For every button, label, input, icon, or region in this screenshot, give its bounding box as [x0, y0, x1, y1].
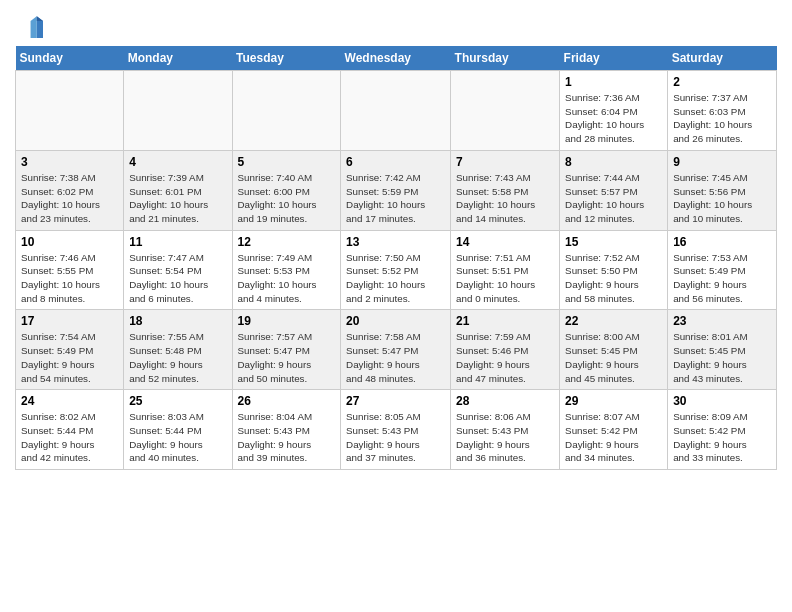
calendar-cell: 7Sunrise: 7:43 AM Sunset: 5:58 PM Daylig…	[451, 150, 560, 230]
calendar-cell: 17Sunrise: 7:54 AM Sunset: 5:49 PM Dayli…	[16, 310, 124, 390]
day-number: 25	[129, 394, 226, 408]
weekday-header-friday: Friday	[560, 46, 668, 71]
calendar-week-row: 3Sunrise: 7:38 AM Sunset: 6:02 PM Daylig…	[16, 150, 777, 230]
weekday-header-saturday: Saturday	[668, 46, 777, 71]
day-number: 15	[565, 235, 662, 249]
day-info: Sunrise: 8:01 AM Sunset: 5:45 PM Dayligh…	[673, 330, 771, 385]
calendar-cell: 9Sunrise: 7:45 AM Sunset: 5:56 PM Daylig…	[668, 150, 777, 230]
day-info: Sunrise: 7:53 AM Sunset: 5:49 PM Dayligh…	[673, 251, 771, 306]
weekday-header-thursday: Thursday	[451, 46, 560, 71]
calendar-cell: 29Sunrise: 8:07 AM Sunset: 5:42 PM Dayli…	[560, 390, 668, 470]
calendar-cell: 14Sunrise: 7:51 AM Sunset: 5:51 PM Dayli…	[451, 230, 560, 310]
day-info: Sunrise: 7:46 AM Sunset: 5:55 PM Dayligh…	[21, 251, 118, 306]
calendar-week-row: 17Sunrise: 7:54 AM Sunset: 5:49 PM Dayli…	[16, 310, 777, 390]
day-info: Sunrise: 8:03 AM Sunset: 5:44 PM Dayligh…	[129, 410, 226, 465]
generalblue-logo-icon	[15, 10, 43, 38]
calendar-cell: 12Sunrise: 7:49 AM Sunset: 5:53 PM Dayli…	[232, 230, 341, 310]
day-info: Sunrise: 7:51 AM Sunset: 5:51 PM Dayligh…	[456, 251, 554, 306]
header	[15, 10, 777, 38]
day-info: Sunrise: 7:45 AM Sunset: 5:56 PM Dayligh…	[673, 171, 771, 226]
day-number: 1	[565, 75, 662, 89]
day-number: 8	[565, 155, 662, 169]
day-info: Sunrise: 8:09 AM Sunset: 5:42 PM Dayligh…	[673, 410, 771, 465]
calendar-cell	[16, 71, 124, 151]
day-number: 20	[346, 314, 445, 328]
day-number: 4	[129, 155, 226, 169]
day-info: Sunrise: 8:06 AM Sunset: 5:43 PM Dayligh…	[456, 410, 554, 465]
calendar-week-row: 10Sunrise: 7:46 AM Sunset: 5:55 PM Dayli…	[16, 230, 777, 310]
calendar-cell	[451, 71, 560, 151]
day-number: 6	[346, 155, 445, 169]
day-info: Sunrise: 8:05 AM Sunset: 5:43 PM Dayligh…	[346, 410, 445, 465]
calendar-cell: 8Sunrise: 7:44 AM Sunset: 5:57 PM Daylig…	[560, 150, 668, 230]
day-number: 30	[673, 394, 771, 408]
calendar-cell: 10Sunrise: 7:46 AM Sunset: 5:55 PM Dayli…	[16, 230, 124, 310]
calendar-cell: 18Sunrise: 7:55 AM Sunset: 5:48 PM Dayli…	[124, 310, 232, 390]
calendar-cell	[232, 71, 341, 151]
day-info: Sunrise: 7:52 AM Sunset: 5:50 PM Dayligh…	[565, 251, 662, 306]
day-number: 18	[129, 314, 226, 328]
day-number: 23	[673, 314, 771, 328]
day-info: Sunrise: 7:38 AM Sunset: 6:02 PM Dayligh…	[21, 171, 118, 226]
day-number: 13	[346, 235, 445, 249]
day-number: 16	[673, 235, 771, 249]
weekday-header-monday: Monday	[124, 46, 232, 71]
calendar-cell: 22Sunrise: 8:00 AM Sunset: 5:45 PM Dayli…	[560, 310, 668, 390]
svg-marker-2	[31, 16, 37, 38]
weekday-header-sunday: Sunday	[16, 46, 124, 71]
day-number: 21	[456, 314, 554, 328]
calendar-cell: 15Sunrise: 7:52 AM Sunset: 5:50 PM Dayli…	[560, 230, 668, 310]
day-number: 9	[673, 155, 771, 169]
day-number: 24	[21, 394, 118, 408]
day-info: Sunrise: 7:43 AM Sunset: 5:58 PM Dayligh…	[456, 171, 554, 226]
calendar-cell: 30Sunrise: 8:09 AM Sunset: 5:42 PM Dayli…	[668, 390, 777, 470]
day-info: Sunrise: 7:47 AM Sunset: 5:54 PM Dayligh…	[129, 251, 226, 306]
calendar-cell: 26Sunrise: 8:04 AM Sunset: 5:43 PM Dayli…	[232, 390, 341, 470]
calendar-week-row: 1Sunrise: 7:36 AM Sunset: 6:04 PM Daylig…	[16, 71, 777, 151]
calendar-week-row: 24Sunrise: 8:02 AM Sunset: 5:44 PM Dayli…	[16, 390, 777, 470]
calendar-cell: 5Sunrise: 7:40 AM Sunset: 6:00 PM Daylig…	[232, 150, 341, 230]
day-info: Sunrise: 7:58 AM Sunset: 5:47 PM Dayligh…	[346, 330, 445, 385]
calendar-cell: 28Sunrise: 8:06 AM Sunset: 5:43 PM Dayli…	[451, 390, 560, 470]
calendar-cell: 13Sunrise: 7:50 AM Sunset: 5:52 PM Dayli…	[341, 230, 451, 310]
calendar-cell: 23Sunrise: 8:01 AM Sunset: 5:45 PM Dayli…	[668, 310, 777, 390]
calendar-cell: 19Sunrise: 7:57 AM Sunset: 5:47 PM Dayli…	[232, 310, 341, 390]
day-number: 10	[21, 235, 118, 249]
calendar-cell: 3Sunrise: 7:38 AM Sunset: 6:02 PM Daylig…	[16, 150, 124, 230]
calendar-cell: 4Sunrise: 7:39 AM Sunset: 6:01 PM Daylig…	[124, 150, 232, 230]
day-info: Sunrise: 7:44 AM Sunset: 5:57 PM Dayligh…	[565, 171, 662, 226]
page: SundayMondayTuesdayWednesdayThursdayFrid…	[0, 0, 792, 480]
day-number: 12	[238, 235, 336, 249]
day-number: 7	[456, 155, 554, 169]
day-number: 2	[673, 75, 771, 89]
day-number: 26	[238, 394, 336, 408]
day-info: Sunrise: 7:49 AM Sunset: 5:53 PM Dayligh…	[238, 251, 336, 306]
day-number: 11	[129, 235, 226, 249]
calendar-cell	[124, 71, 232, 151]
day-info: Sunrise: 7:57 AM Sunset: 5:47 PM Dayligh…	[238, 330, 336, 385]
day-info: Sunrise: 8:07 AM Sunset: 5:42 PM Dayligh…	[565, 410, 662, 465]
calendar-header-row: SundayMondayTuesdayWednesdayThursdayFrid…	[16, 46, 777, 71]
calendar-cell: 27Sunrise: 8:05 AM Sunset: 5:43 PM Dayli…	[341, 390, 451, 470]
day-number: 28	[456, 394, 554, 408]
calendar-cell: 16Sunrise: 7:53 AM Sunset: 5:49 PM Dayli…	[668, 230, 777, 310]
weekday-header-wednesday: Wednesday	[341, 46, 451, 71]
calendar-cell: 21Sunrise: 7:59 AM Sunset: 5:46 PM Dayli…	[451, 310, 560, 390]
calendar-cell: 6Sunrise: 7:42 AM Sunset: 5:59 PM Daylig…	[341, 150, 451, 230]
day-number: 17	[21, 314, 118, 328]
calendar-cell: 1Sunrise: 7:36 AM Sunset: 6:04 PM Daylig…	[560, 71, 668, 151]
day-number: 22	[565, 314, 662, 328]
day-info: Sunrise: 8:02 AM Sunset: 5:44 PM Dayligh…	[21, 410, 118, 465]
calendar-table: SundayMondayTuesdayWednesdayThursdayFrid…	[15, 46, 777, 470]
day-info: Sunrise: 7:50 AM Sunset: 5:52 PM Dayligh…	[346, 251, 445, 306]
logo	[15, 10, 47, 38]
day-info: Sunrise: 7:55 AM Sunset: 5:48 PM Dayligh…	[129, 330, 226, 385]
day-info: Sunrise: 7:40 AM Sunset: 6:00 PM Dayligh…	[238, 171, 336, 226]
weekday-header-tuesday: Tuesday	[232, 46, 341, 71]
calendar-cell: 2Sunrise: 7:37 AM Sunset: 6:03 PM Daylig…	[668, 71, 777, 151]
day-number: 5	[238, 155, 336, 169]
day-number: 27	[346, 394, 445, 408]
svg-marker-3	[37, 16, 43, 21]
calendar-cell: 20Sunrise: 7:58 AM Sunset: 5:47 PM Dayli…	[341, 310, 451, 390]
day-info: Sunrise: 8:04 AM Sunset: 5:43 PM Dayligh…	[238, 410, 336, 465]
